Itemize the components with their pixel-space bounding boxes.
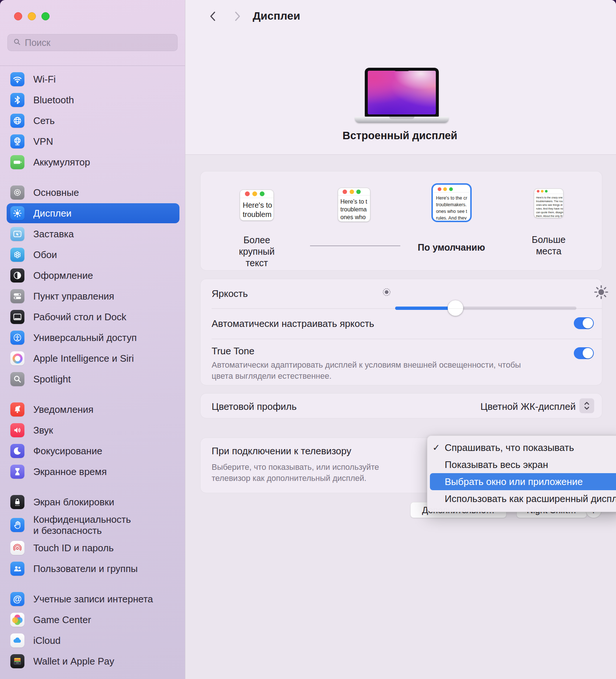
sidebar-groups: Wi-FiBluetoothСетьVPNАккумуляторОсновные… [0,69,185,679]
bluetooth-icon [10,93,24,107]
laptop-groove [389,117,414,119]
true-tone-toggle[interactable] [574,347,594,359]
sidebar-item-users[interactable]: Пользователи и группы [0,558,185,579]
sidebar-item-bluetooth[interactable]: Bluetooth [0,90,185,110]
laptop-screen [365,68,439,117]
sidebar-item-battery[interactable]: Аккумулятор [0,152,185,173]
sidebar-item-gear[interactable]: Основные [0,182,185,203]
sidebar-item-label: Экранное время [33,466,107,477]
sidebar-item-accessibility[interactable]: Универсальный доступ [0,327,185,348]
forward-chevron-icon[interactable] [230,10,244,23]
menu-item-1[interactable]: ✓Спрашивать, что показывать [427,439,616,456]
sidebar-item-control-center[interactable]: Пункт управления [0,286,185,307]
true-tone-label: True Tone [212,345,255,357]
wallet-icon [10,654,24,668]
scaling-option-label: По умолчанию [403,242,499,253]
close-window-button[interactable] [14,12,22,20]
sidebar-item-at[interactable]: @Учетные записи интернета [0,589,185,609]
lock-icon [10,495,24,509]
display-name-label: Встроенный дисплей [185,130,615,142]
scaling-option-3-selected[interactable]: Here's to the crtroublemakers.ones who s… [434,185,469,220]
sidebar-item-lock[interactable]: Экран блокировки [0,492,185,512]
sidebar-item-icloud[interactable]: iCloud [0,630,185,651]
sidebar-item-magnifier[interactable]: Spotlight [0,369,185,389]
sidebar-item-label: Game Center [33,614,91,625]
scaling-option-label: Болеекрупныйтекст [209,234,305,269]
sidebar-item-label: Звук [33,425,53,436]
users-icon [10,562,24,576]
sidebar-item-wifi[interactable]: Wi-Fi [0,69,185,90]
sidebar-item-bell[interactable]: Уведомления [0,399,185,420]
sidebar-item-hourglass[interactable]: Экранное время [0,461,185,482]
minimize-window-button[interactable] [28,12,36,20]
desktop-dock-icon [10,310,24,324]
sidebar-item-vpn-globe[interactable]: VPN [0,131,185,152]
zoom-window-button[interactable] [41,12,50,20]
sidebar-item-fingerprint[interactable]: Touch ID и пароль [0,538,185,558]
sidebar-item-appearance[interactable]: Оформление [0,265,185,286]
scaling-option-1[interactable]: Here's totroublem [240,190,274,221]
sidebar-item-desktop-dock[interactable]: Рабочий стол и Dock [0,307,185,327]
thumb-titlebar [434,186,469,193]
laptop-base [355,117,449,123]
thumb-titlebar [240,190,273,198]
sidebar-item-speaker[interactable]: Звук [0,420,185,441]
menu-item-label: Выбрать окно или приложение [445,476,583,488]
auto-brightness-toggle[interactable] [574,317,594,329]
icloud-icon [10,633,24,648]
sidebar-item-label: Дисплеи [33,208,71,219]
color-profile-label: Цветовой профиль [212,401,297,412]
sidebar-item-label: Обои [33,249,57,260]
fingerprint-icon [10,541,24,555]
tv-connection-description: Выберите, что показывать, или используйт… [212,462,386,484]
true-tone-description: Автоматически адаптировать дисплей к усл… [212,359,530,382]
appearance-icon [10,268,24,282]
laptop-notch [394,68,410,71]
moon-icon [10,444,24,458]
sidebar-item-apple-intelligence[interactable]: Apple Intelligence и Siri [0,348,185,369]
auto-brightness-label: Автоматически настраивать яркость [212,318,374,330]
tv-connection-label: При подключении к телевизору [212,445,351,457]
sidebar-item-wallet[interactable]: Wallet и Apple Pay [0,651,185,672]
scaling-option-label: Большеместа [501,234,597,257]
sidebar-item-globe[interactable]: Сеть [0,110,185,131]
magnifier-icon [10,372,24,386]
sidebar-item-moon[interactable]: Фокусирование [0,441,185,461]
thumb-preview-text: Here's to the crazy onetroublemakers. Th… [534,194,563,218]
sidebar-item-brightness-sun[interactable]: Дисплеи [0,203,185,224]
thumb-titlebar [338,188,370,195]
sidebar-item-label: Фокусирование [33,445,102,456]
sidebar-item-label: Аккумулятор [33,157,90,168]
thumb-preview-text: Here's to ttroublemaones who [338,195,370,221]
hourglass-icon [10,465,24,479]
sidebar-item-label: Apple Intelligence и Siri [33,353,134,364]
sidebar-item-label: Bluetooth [33,94,74,106]
sidebar-item-screensaver[interactable]: Заставка [0,224,185,244]
menu-item-3[interactable]: Выбрать окно или приложение [430,473,616,490]
menu-item-4[interactable]: Использовать как расширенный дисплей [427,490,616,507]
scaling-option-2[interactable]: Here's to ttroublemaones who [338,188,370,222]
sidebar-item-hand[interactable]: Конфиденциальностьи безопасность [0,512,185,538]
sidebar-item-label: Уведомления [33,404,94,415]
sidebar-item-label: Заставка [33,228,74,240]
scaling-option-4[interactable]: Here's to the crazy onetroublemakers. Th… [534,188,563,218]
stepper-chevrons-icon[interactable] [579,398,594,413]
sidebar-item-label: iCloud [33,635,61,646]
back-chevron-icon[interactable] [206,10,220,23]
sidebar-item-label: Spotlight [33,374,71,385]
search-input[interactable]: Поиск [7,34,178,51]
sidebar-item-label: Учетные записи интернета [33,593,153,605]
brightness-bright-sun-icon [593,284,609,301]
menu-item-2[interactable]: Показывать весь экран [427,456,616,473]
speaker-icon [10,423,24,437]
menu-item-label: Показывать весь экран [445,459,548,471]
color-profile-card: Цветовой профиль Цветной ЖК-дисплей [200,393,602,418]
laptop-wallpaper [368,71,436,114]
scaling-card: Here's totroublemБолеекрупныйтекстHere's… [200,171,602,271]
sidebar-item-wallpaper-flower[interactable]: Обои [0,244,185,265]
sidebar-divider [0,66,185,66]
battery-icon [10,155,24,169]
thumb-titlebar [534,189,563,194]
sidebar-item-game-center[interactable]: Game Center [0,609,185,630]
search-icon [13,38,21,47]
